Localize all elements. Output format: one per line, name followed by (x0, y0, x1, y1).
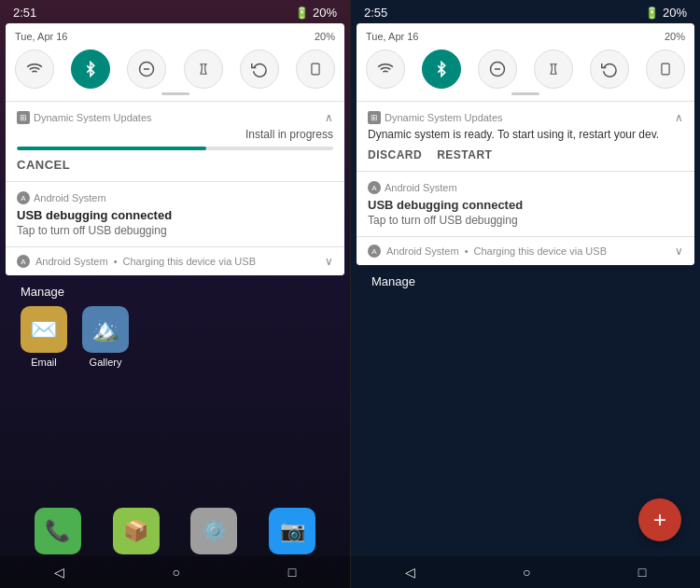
battery-icon-left: 🔋 (295, 7, 309, 20)
wifi-tile-right[interactable] (366, 49, 405, 89)
charging-right-content: A Android System • Charging this device … (368, 245, 607, 258)
usb-title-right: USB debugging connected (368, 198, 683, 212)
app-grid-left: ✉️ Email 🏔️ Gallery (15, 306, 335, 368)
manage-label-right: Manage (366, 274, 685, 288)
home-btn-right[interactable]: ○ (523, 565, 530, 580)
qs-tiles-left (15, 49, 335, 89)
rotate-tile-right[interactable] (590, 49, 629, 89)
flashlight-tile-right[interactable] (534, 49, 573, 89)
email-icon-left: ✉️ (21, 306, 67, 353)
dsu-chevron: ∧ (325, 111, 333, 124)
dsu-cancel-action[interactable]: CANCEL (17, 158, 333, 172)
fab-button[interactable]: + (638, 498, 681, 541)
rotate-tile-left[interactable] (240, 49, 279, 89)
dock-store-left[interactable]: 📦 (113, 508, 160, 554)
dock-camera-left[interactable]: 📷 (269, 508, 315, 554)
qs-top-row: Tue, Apr 16 20% (15, 31, 335, 42)
recents-btn-right[interactable]: □ (638, 565, 646, 580)
time-right: 2:55 (364, 6, 387, 20)
usb-notif-header-right: A Android System (368, 181, 683, 194)
charging-notification-right: A Android System • Charging this device … (357, 236, 694, 265)
dsu-notif-header: ⊞ Dynamic System Updates ∧ (17, 111, 333, 124)
nav-bar-left: ◁ ○ □ (0, 556, 350, 588)
qs-handle-right (511, 92, 539, 95)
dsu-app-name-right: ⊞ Dynamic System Updates (368, 111, 503, 124)
flashlight-tile-left[interactable] (184, 49, 223, 89)
battery-right: 20% (663, 6, 687, 20)
phone-tile-right[interactable] (646, 49, 685, 89)
dsu-app-name: ⊞ Dynamic System Updates (17, 111, 152, 124)
gallery-app-left[interactable]: 🏔️ Gallery (82, 306, 129, 368)
qs-date-left: Tue, Apr 16 (15, 31, 67, 42)
wifi-tile-left[interactable] (15, 49, 54, 89)
qs-battery-left: 20% (315, 31, 335, 42)
phone-tile-left[interactable] (296, 49, 335, 89)
dsu-install-title: Install in progress (17, 128, 333, 141)
charging-notification-left: A Android System • Charging this device … (6, 246, 344, 275)
dock-settings-left[interactable]: ⚙️ (190, 508, 237, 554)
status-bar-left: 2:51 🔋 20% (0, 0, 350, 23)
dnd-tile-left[interactable] (127, 49, 166, 89)
dsu-notif-header-right: ⊞ Dynamic System Updates ∧ (368, 111, 683, 124)
discard-button[interactable]: DISCARD (368, 148, 422, 161)
svg-rect-5 (662, 63, 669, 75)
android-icon-left: A (17, 191, 30, 204)
left-phone-screen: 2:51 🔋 20% Tue, Apr 16 20% (0, 0, 350, 588)
qs-tiles-right (366, 49, 685, 89)
charging-left-content: A Android System • Charging this device … (17, 255, 256, 268)
usb-app-name-left: A Android System (17, 191, 106, 204)
gallery-label-left: Gallery (90, 357, 122, 368)
dsu-actions-row: DISCARD RESTART (368, 148, 683, 161)
dsu-progress-fill (17, 147, 206, 150)
status-bar-right: 2:55 🔋 20% (351, 0, 700, 23)
usb-debug-notification-left: A Android System USB debugging connected… (6, 181, 344, 246)
right-phone-screen: 2:55 🔋 20% Tue, Apr 16 20% (350, 0, 700, 588)
time-left: 2:51 (13, 6, 36, 20)
fab-icon: + (653, 507, 666, 533)
battery-icon-right: 🔋 (645, 7, 659, 20)
qs-top-row-right: Tue, Apr 16 20% (366, 31, 685, 42)
quick-settings-right: Tue, Apr 16 20% (357, 23, 694, 101)
dsu-chevron-right: ∧ (675, 111, 683, 124)
notification-shade-left: Tue, Apr 16 20% (6, 23, 344, 275)
quick-settings-left: Tue, Apr 16 20% (6, 23, 344, 101)
dsu-notification-right: ⊞ Dynamic System Updates ∧ Dynamic syste… (357, 101, 694, 171)
manage-section-right: Manage (351, 265, 700, 301)
qs-handle-left (161, 92, 189, 95)
usb-body-left: Tap to turn off USB debugging (17, 224, 333, 237)
dock-left: 📞 📦 ⚙️ 📷 (0, 508, 350, 554)
qs-date-right: Tue, Apr 16 (366, 31, 418, 42)
battery-left: 20% (313, 6, 337, 20)
notification-shade-right: Tue, Apr 16 20% (357, 23, 694, 265)
email-label-left: Email (31, 357, 57, 368)
dsu-ready-title: Dynamic system is ready. To start using … (368, 128, 683, 141)
recents-btn-left[interactable]: □ (288, 565, 296, 580)
gallery-icon-left: 🏔️ (82, 306, 129, 353)
dsu-progress-container (17, 147, 333, 150)
back-btn-right[interactable]: ◁ (405, 565, 415, 580)
dnd-tile-right[interactable] (478, 49, 517, 89)
manage-label-left: Manage (15, 285, 335, 299)
back-btn-left[interactable]: ◁ (54, 565, 64, 580)
android-icon-charging-left: A (17, 255, 30, 268)
dsu-notification-left: ⊞ Dynamic System Updates ∧ Install in pr… (6, 101, 344, 181)
dsu-app-icon: ⊞ (17, 111, 30, 124)
usb-app-name-right: A Android System (368, 181, 457, 194)
android-icon-charging-right: A (368, 245, 381, 258)
battery-percent-left: 20% (315, 31, 335, 42)
restart-button[interactable]: RESTART (437, 148, 492, 161)
bluetooth-tile-left[interactable] (71, 49, 110, 89)
usb-notif-header: A Android System (17, 191, 333, 204)
email-app-left[interactable]: ✉️ Email (21, 306, 67, 368)
charging-chevron-right: ∨ (675, 245, 683, 258)
dsu-progress-track (17, 147, 333, 150)
nav-bar-right: ◁ ○ □ (351, 556, 700, 588)
dock-phone-left[interactable]: 📞 (35, 508, 81, 554)
usb-body-right: Tap to turn off USB debugging (368, 214, 683, 227)
home-btn-left[interactable]: ○ (173, 565, 180, 580)
svg-rect-2 (312, 63, 319, 75)
manage-section-left: Manage ✉️ Email 🏔️ Gallery (0, 275, 350, 373)
bluetooth-tile-right[interactable] (422, 49, 461, 89)
charging-chevron-left: ∨ (325, 255, 333, 268)
qs-battery-right: 20% (665, 31, 685, 42)
